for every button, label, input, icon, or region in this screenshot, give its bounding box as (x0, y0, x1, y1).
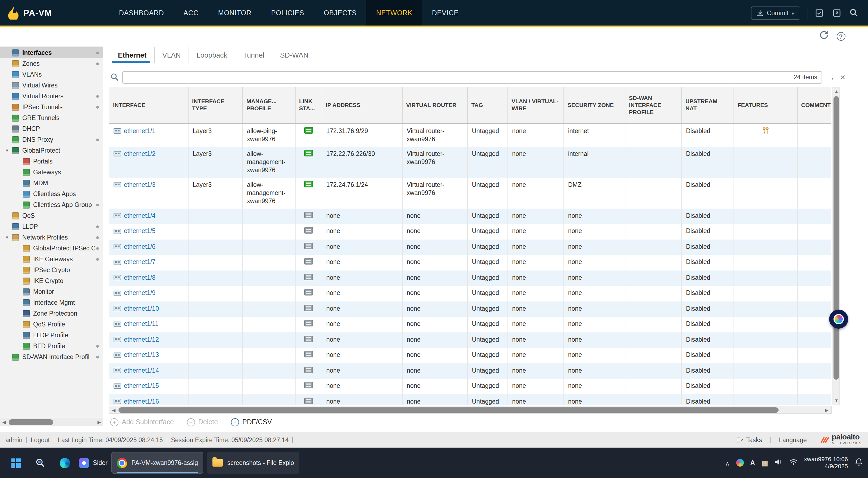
column-header-features[interactable]: FEATURES (734, 87, 797, 123)
column-header-sd-wan-interface-profile[interactable]: SD-WAN INTERFACE PROFILE (625, 87, 681, 123)
table-row[interactable]: ethernet1/7nonenoneUntaggednonenoneDisab… (109, 255, 831, 270)
link-down-icon[interactable] (304, 397, 313, 404)
table-row[interactable]: ethernet1/2Layer3allow-management-xwan99… (109, 147, 831, 177)
sider-button[interactable]: Sider (79, 458, 107, 468)
table-row[interactable]: ethernet1/13nonenoneUntaggednonenoneDisa… (109, 348, 831, 363)
table-row[interactable]: ethernet1/11nonenoneUntaggednonenoneDisa… (109, 317, 831, 332)
language-button[interactable]: Language (779, 437, 807, 443)
table-row[interactable]: ethernet1/6nonenoneUntaggednonenoneDisab… (109, 239, 831, 255)
chrome-window-button[interactable]: PA-VM-xwan9976-assig (112, 452, 204, 474)
add-subinterface-button[interactable]: Add Subinterface (110, 418, 174, 426)
tray-expand-icon[interactable] (725, 458, 730, 468)
table-row[interactable]: ethernet1/16nonenoneUntaggednonenoneDisa… (109, 394, 831, 405)
sidebar-item-lldp-profile[interactable]: LLDP Profile (0, 330, 103, 341)
interface-link[interactable]: ethernet1/12 (114, 336, 159, 344)
scroll-down-arrow[interactable] (832, 396, 841, 405)
link-down-icon[interactable] (304, 336, 313, 342)
link-down-icon[interactable] (304, 320, 313, 326)
link-down-icon[interactable] (304, 212, 313, 218)
table-row[interactable]: ethernet1/12nonenoneUntaggednonenoneDisa… (109, 332, 831, 348)
column-header-vlan-virtual-wire[interactable]: VLAN / VIRTUAL-WIRE (507, 87, 563, 123)
interface-link[interactable]: ethernet1/2 (114, 150, 155, 158)
interface-link[interactable]: ethernet1/9 (114, 289, 155, 297)
sidebar-item-zone-protection[interactable]: Zone Protection (0, 308, 103, 319)
scrollbar-thumb[interactable] (119, 407, 779, 413)
sidebar-item-qos-profile[interactable]: QoS Profile (0, 319, 103, 330)
taskbar-clock[interactable]: xwan9976 10:06 4/9/2025 (804, 455, 848, 470)
sidebar-item-globalprotect-ipsec-c[interactable]: GlobalProtect IPSec C (0, 243, 103, 254)
scroll-left-arrow[interactable] (110, 406, 118, 414)
table-row[interactable]: ethernet1/14nonenoneUntaggednonenoneDisa… (109, 363, 831, 379)
global-search-icon[interactable] (848, 7, 859, 18)
link-down-icon[interactable] (304, 227, 313, 233)
link-down-icon[interactable] (304, 382, 313, 388)
interface-link[interactable]: ethernet1/3 (114, 181, 155, 189)
tray-app-icon[interactable] (736, 459, 744, 467)
tab-ethernet[interactable]: Ethernet (110, 47, 154, 63)
column-header-interface[interactable]: INTERFACE (109, 87, 188, 123)
tab-sd-wan[interactable]: SD-WAN (272, 47, 316, 63)
table-row[interactable]: ethernet1/1Layer3allow-ping-xwan9976172.… (109, 123, 831, 147)
column-header-manage-profile[interactable]: MANAGE... PROFILE (242, 87, 295, 123)
sidebar-item-qos[interactable]: QoS (0, 210, 103, 221)
sidebar-item-portals[interactable]: Portals (0, 156, 103, 167)
link-down-icon[interactable] (304, 289, 313, 295)
table-row[interactable]: ethernet1/9nonenoneUntaggednonenoneDisab… (109, 286, 831, 301)
ime-indicator[interactable]: A (750, 459, 755, 467)
tray-keyboard-icon[interactable] (762, 458, 768, 468)
pdf-csv-button[interactable]: PDF/CSV (231, 418, 272, 426)
link-up-icon[interactable] (304, 181, 313, 187)
column-header-ip-address[interactable]: IP ADDRESS (322, 87, 402, 123)
clear-filter-icon[interactable] (840, 72, 845, 82)
link-down-icon[interactable] (304, 243, 313, 249)
nav-item-monitor[interactable]: MONITOR (208, 0, 261, 26)
interface-link[interactable]: ethernet1/13 (114, 351, 159, 359)
sidebar-item-virtual-routers[interactable]: Virtual Routers (0, 91, 103, 102)
interface-link[interactable]: ethernet1/4 (114, 212, 155, 220)
sidebar-item-gre-tunnels[interactable]: GRE Tunnels (0, 113, 103, 123)
network-icon[interactable] (789, 458, 798, 468)
interface-link[interactable]: ethernet1/1 (114, 127, 155, 135)
tab-vlan[interactable]: VLAN (154, 47, 188, 63)
sidebar-item-vlans[interactable]: VLANs (0, 69, 103, 80)
table-row[interactable]: ethernet1/15nonenoneUntaggednonenoneDisa… (109, 379, 831, 394)
interface-link[interactable]: ethernet1/6 (114, 243, 155, 251)
table-vertical-scrollbar[interactable] (832, 87, 840, 405)
nav-item-dashboard[interactable]: DASHBOARD (109, 0, 174, 26)
sidebar-item-bfd-profile[interactable]: BFD Profile (0, 341, 103, 351)
column-header-virtual-router[interactable]: VIRTUAL ROUTER (402, 87, 467, 123)
tab-tunnel[interactable]: Tunnel (235, 47, 272, 63)
start-button[interactable] (5, 452, 26, 474)
sidebar-item-ike-gateways[interactable]: IKE Gateways (0, 254, 103, 264)
notifications-bell-icon[interactable] (855, 458, 863, 468)
column-header-link-sta[interactable]: LINK STA... (295, 87, 322, 123)
tab-loopback[interactable]: Loopback (188, 47, 235, 63)
column-header-comment[interactable]: COMMENT (797, 87, 831, 123)
chevron-down-icon[interactable] (2, 148, 12, 153)
delete-button[interactable]: Delete (187, 418, 218, 426)
sidebar-item-clientless-app-group[interactable]: Clientless App Group (0, 199, 103, 210)
interface-link[interactable]: ethernet1/5 (114, 227, 155, 235)
link-down-icon[interactable] (304, 258, 313, 264)
link-up-icon[interactable] (304, 127, 313, 133)
table-row[interactable]: ethernet1/8nonenoneUntaggednonenoneDisab… (109, 270, 831, 286)
interface-link[interactable]: ethernet1/14 (114, 367, 159, 375)
nav-item-objects[interactable]: OBJECTS (314, 0, 367, 26)
sidebar-item-dns-proxy[interactable]: DNS Proxy (0, 134, 103, 145)
nav-item-device[interactable]: DEVICE (422, 0, 468, 26)
scroll-right-arrow[interactable] (823, 406, 831, 414)
volume-icon[interactable] (775, 458, 783, 468)
interface-link[interactable]: ethernet1/16 (114, 397, 159, 405)
scroll-up-arrow[interactable] (832, 88, 841, 96)
help-icon[interactable] (836, 32, 845, 40)
link-down-icon[interactable] (304, 305, 313, 311)
sidebar-item-gateways[interactable]: Gateways (0, 167, 103, 178)
scroll-right-arrow[interactable] (95, 418, 103, 426)
edge-button[interactable] (54, 452, 75, 474)
refresh-icon[interactable] (819, 30, 828, 42)
column-header-upstream-nat[interactable]: UPSTREAM NAT (681, 87, 734, 123)
link-up-icon[interactable] (304, 150, 313, 156)
sider-assistant-bubble[interactable] (829, 310, 848, 329)
interface-link[interactable]: ethernet1/8 (114, 274, 155, 282)
sidebar-item-lldp[interactable]: LLDP (0, 221, 103, 232)
